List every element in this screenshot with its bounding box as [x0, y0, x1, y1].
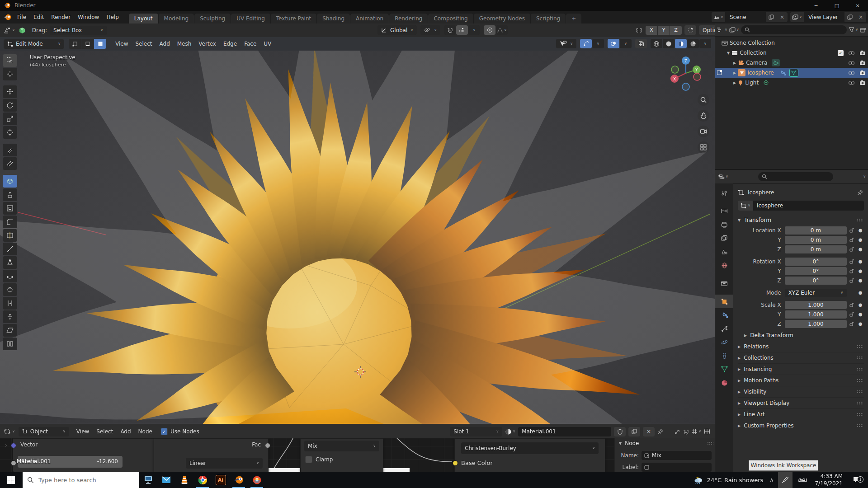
mirror-x-toggle[interactable]: X	[646, 26, 657, 35]
shader-menu-select[interactable]: Select	[93, 424, 117, 439]
pin-icon[interactable]	[857, 190, 863, 196]
tab-render[interactable]	[715, 204, 733, 218]
lock-icon[interactable]	[847, 321, 857, 326]
tool-spin[interactable]	[3, 270, 17, 282]
view-layer-copy-button[interactable]	[844, 12, 855, 22]
menu-edit[interactable]: Edit	[30, 11, 47, 23]
snap-projection-toggle[interactable]	[684, 25, 696, 35]
location-z-field[interactable]: 0 m	[785, 245, 847, 253]
section-custom-properties[interactable]: ▶Custom Properties	[738, 420, 864, 431]
vp-menu-uv[interactable]: UV	[260, 37, 275, 51]
properties-editor-type-button[interactable]: ∨	[718, 174, 728, 180]
menu-help[interactable]: Help	[103, 11, 122, 23]
view-layer-name[interactable]: View Layer	[804, 12, 844, 22]
shader-menu-node[interactable]: Node	[135, 424, 156, 439]
lock-icon[interactable]	[847, 278, 857, 283]
drag-mode-dropdown[interactable]: Select Box∨	[50, 26, 107, 35]
color-ramp-node[interactable]: Fac Linear∨	[154, 438, 269, 472]
section-delta-transform[interactable]: ▶Delta Transform	[738, 330, 864, 341]
light-data-icon[interactable]	[763, 80, 769, 86]
menu-file[interactable]: File	[14, 11, 30, 23]
shader-editor-type-button[interactable]: ∨	[4, 428, 15, 435]
hide-eye-toggle[interactable]	[848, 61, 855, 66]
menu-window[interactable]: Window	[74, 11, 103, 23]
properties-search[interactable]	[758, 172, 833, 181]
snap-target-dropdown[interactable]: ∨	[420, 25, 440, 35]
rotation-z-field[interactable]: 0°	[785, 277, 847, 285]
animate-dot[interactable]: ●	[857, 259, 864, 264]
vp-menu-add[interactable]: Add	[156, 37, 174, 51]
mesh-data-icon[interactable]	[789, 69, 798, 77]
windows-ink-button[interactable]	[778, 472, 793, 488]
shading-material-preview-button[interactable]	[675, 39, 687, 48]
animate-dot[interactable]: ●	[857, 237, 864, 242]
tab-view-layer[interactable]	[715, 231, 733, 245]
gizmo-options-chevron[interactable]: ∨	[592, 39, 604, 48]
mix-node[interactable]: Mix∨ Clamp	[300, 438, 383, 472]
mirror-z-toggle[interactable]: Z	[670, 26, 682, 35]
pan-hand-button[interactable]	[698, 110, 709, 122]
disable-render-toggle[interactable]	[859, 70, 866, 75]
material-unlink-button[interactable]: ×	[643, 427, 655, 436]
tab-physics[interactable]	[715, 335, 733, 349]
shading-wireframe-button[interactable]	[651, 39, 662, 48]
mix-type-dropdown[interactable]: Mix∨	[304, 441, 379, 451]
vp-menu-face[interactable]: Face	[241, 37, 260, 51]
close-button[interactable]: ×	[847, 0, 868, 11]
menu-render[interactable]: Render	[47, 11, 74, 23]
taskbar-blender-icon[interactable]	[230, 472, 248, 488]
taskbar-file-explorer-icon[interactable]	[139, 472, 157, 488]
object-visibility-dropdown[interactable]: ∨	[556, 39, 576, 48]
outliner-display-mode-button[interactable]: ∨	[729, 27, 739, 33]
object-name-field[interactable]	[753, 201, 864, 211]
workspace-tab-modeling[interactable]: Modeling	[159, 14, 194, 23]
section-instancing[interactable]: ▶Instancing	[738, 363, 864, 375]
disable-render-toggle[interactable]	[859, 80, 866, 85]
tool-scale[interactable]	[3, 113, 17, 125]
navigation-gizmo[interactable]: Z Y X	[665, 52, 707, 94]
section-motion-paths[interactable]: ▶Motion Paths	[738, 375, 864, 386]
edge-select-mode-button[interactable]	[81, 39, 94, 49]
material-copy-button[interactable]	[628, 427, 640, 436]
hide-eye-toggle[interactable]	[848, 51, 855, 56]
tool-knife[interactable]	[3, 243, 17, 255]
object-id-icon[interactable]: ∨	[738, 201, 753, 211]
tool-poly-build[interactable]	[3, 256, 17, 269]
outliner-row-light[interactable]: ▶ Light	[715, 78, 868, 88]
camera-data-icon[interactable]	[772, 59, 780, 66]
subsurface-scattering-node[interactable]: Christensen-Burley∨ Base Color	[454, 438, 605, 472]
scale-z-field[interactable]: 1.000	[785, 320, 847, 328]
outliner-editor-type-button[interactable]: ∨	[717, 27, 727, 33]
overlay-grid-icon[interactable]	[704, 428, 710, 435]
tool-select-box[interactable]	[3, 54, 17, 67]
editor-type-button[interactable]: ∨	[4, 27, 15, 34]
transform-panel-title[interactable]: Transform	[744, 217, 771, 223]
blender-app-icon[interactable]	[4, 13, 12, 21]
shader-node-canvas[interactable]: › Vector Scale -12.600 Material.001 Fac …	[0, 438, 715, 472]
tab-particles[interactable]	[715, 322, 733, 335]
animate-dot[interactable]: ●	[857, 268, 864, 273]
tool-transform[interactable]	[3, 126, 17, 139]
workspace-tab-uv-editing[interactable]: UV Editing	[231, 14, 270, 23]
fac-output-socket[interactable]	[265, 443, 270, 448]
outliner-row-collection[interactable]: ▼ Collection ✓	[715, 48, 868, 58]
tray-expand-chevron[interactable]: ∧	[768, 477, 775, 483]
tab-modifiers[interactable]	[715, 308, 733, 322]
tab-material[interactable]	[715, 376, 733, 389]
transform-orientation-dropdown[interactable]: Global∨	[377, 25, 417, 35]
tool-extrude-region[interactable]	[3, 188, 17, 201]
start-button[interactable]	[0, 472, 22, 488]
workspace-tab-shading[interactable]: Shading	[317, 14, 350, 23]
tool-cursor[interactable]	[3, 68, 17, 80]
animate-dot[interactable]: ●	[857, 302, 864, 307]
workspace-tab-scripting[interactable]: Scripting	[531, 14, 566, 23]
tool-rotate[interactable]	[3, 99, 17, 112]
use-nodes-checkbox[interactable]: ✓	[160, 428, 168, 435]
section-viewport-display[interactable]: ▶Viewport Display	[738, 397, 864, 408]
outliner-row-icosphere[interactable]: ▶ Icosphere	[715, 68, 868, 78]
modifier-wrench-icon[interactable]	[779, 70, 786, 76]
tool-rip-region[interactable]	[3, 338, 17, 350]
tab-object-data[interactable]	[715, 362, 733, 376]
shading-rendered-button[interactable]	[687, 39, 699, 48]
gizmo-z-neg-axis[interactable]	[682, 83, 689, 90]
